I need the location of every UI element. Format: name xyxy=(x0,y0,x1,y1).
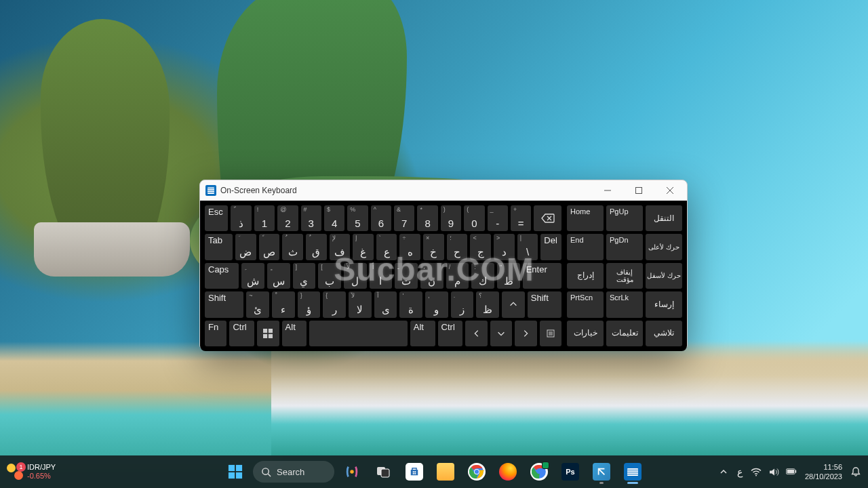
taskbar-copilot[interactable] xyxy=(338,458,366,485)
key-alt-right[interactable]: Alt xyxy=(410,321,435,346)
key-ctrl-right[interactable]: Ctrl xyxy=(438,321,463,346)
key-r2-8[interactable]: ×خ xyxy=(423,234,444,260)
key-del[interactable]: Del xyxy=(540,234,561,260)
key-r2-7[interactable]: ÷ه xyxy=(399,234,420,260)
key-prtscn[interactable]: PrtScn xyxy=(567,291,604,317)
key-r3-0[interactable]: ِش xyxy=(241,263,264,289)
taskbar-chrome-canary[interactable] xyxy=(526,458,553,485)
maximize-button[interactable] xyxy=(623,180,654,201)
widgets-button[interactable]: 1 IDR/JPY -0.65% xyxy=(7,463,56,481)
key-r4-4[interactable]: لآلا xyxy=(349,291,372,317)
key-r4-7[interactable]: ,و xyxy=(425,291,448,317)
key-enter[interactable]: Enter xyxy=(523,263,561,289)
key-fade[interactable]: تلاشي xyxy=(646,321,682,346)
key-r2-0[interactable]: َض xyxy=(235,234,256,260)
key-r1-1[interactable]: !1 xyxy=(254,205,275,231)
key-r3-8[interactable]: /م xyxy=(446,263,469,289)
taskbar-app-generic[interactable] xyxy=(588,458,615,485)
key-r3-10[interactable]: "ط xyxy=(497,263,520,289)
key-r3-9[interactable]: :ك xyxy=(471,263,494,289)
key-arrow-up[interactable] xyxy=(502,291,525,317)
key-r4-8[interactable]: .ز xyxy=(451,291,474,317)
key-r1-8[interactable]: *8 xyxy=(417,205,437,231)
key-r4-6[interactable]: 'ة xyxy=(399,291,422,317)
key-shift-right[interactable]: Shift xyxy=(528,291,561,317)
taskbar-photoshop[interactable]: Ps xyxy=(557,458,584,485)
key-r2-1[interactable]: ًص xyxy=(259,234,280,260)
key-esc[interactable]: Esc xyxy=(205,205,228,231)
taskbar-osk[interactable] xyxy=(619,458,646,485)
key-arrow-down[interactable] xyxy=(490,321,512,346)
key-r4-0[interactable]: ~ئ xyxy=(246,291,269,317)
key-r2-2[interactable]: ُث xyxy=(282,234,303,260)
key-r1-9[interactable]: )9 xyxy=(441,205,461,231)
key-alt-left[interactable]: Alt xyxy=(282,321,307,346)
key-end[interactable]: End xyxy=(567,234,604,260)
key-space[interactable] xyxy=(309,321,407,346)
key-r1-6[interactable]: ^6 xyxy=(371,205,391,231)
key-arrow-right[interactable] xyxy=(515,321,536,346)
key-r1-3[interactable]: #3 xyxy=(301,205,321,231)
key-r1-10[interactable]: (0 xyxy=(464,205,484,231)
key-r2-4[interactable]: لإف xyxy=(330,234,351,260)
key-dock[interactable]: إرساء xyxy=(646,291,682,317)
taskbar-store[interactable] xyxy=(401,458,428,485)
key-moveup[interactable]: حرك لأعلى xyxy=(646,234,682,260)
tray-overflow[interactable] xyxy=(718,466,729,477)
key-tab[interactable]: Tab xyxy=(205,234,233,260)
taskbar-explorer[interactable] xyxy=(432,458,459,485)
key-r4-3[interactable]: {ر xyxy=(323,291,346,317)
key-movedn[interactable]: حرك لأسفل xyxy=(646,263,682,289)
key-r3-5[interactable]: أا xyxy=(370,263,393,289)
key-r2-6[interactable]: `ع xyxy=(376,234,397,260)
key-r3-2[interactable]: ]ي xyxy=(293,263,316,289)
key-insert[interactable]: إدراج xyxy=(567,263,604,289)
key-nav[interactable]: التنقل xyxy=(646,205,682,231)
key-r1-2[interactable]: @2 xyxy=(277,205,298,231)
key-r3-1[interactable]: ٍس xyxy=(267,263,290,289)
minimize-button[interactable] xyxy=(592,180,623,201)
key-r2-5[interactable]: إغ xyxy=(353,234,374,260)
key-r1-5[interactable]: %5 xyxy=(347,205,368,231)
battery-icon[interactable] xyxy=(786,466,797,477)
key-scrlk[interactable]: ScrLk xyxy=(606,291,643,317)
key-r4-5[interactable]: آى xyxy=(374,291,397,317)
key-r1-12[interactable]: += xyxy=(511,205,531,231)
key-caps[interactable]: Caps xyxy=(205,263,239,289)
key-r3-3[interactable]: [ب xyxy=(318,263,341,289)
taskbar-taskview[interactable] xyxy=(370,458,397,485)
key-r2-11[interactable]: >د xyxy=(494,234,515,260)
key-arrow-left[interactable] xyxy=(465,321,487,346)
key-r1-0[interactable]: ّذ xyxy=(231,205,251,231)
taskbar-firefox[interactable] xyxy=(494,458,521,485)
key-r2-9[interactable]: ؛ح xyxy=(447,234,468,260)
key-win[interactable] xyxy=(257,321,279,346)
key-r3-6[interactable]: ـت xyxy=(395,263,418,289)
key-menu[interactable] xyxy=(540,321,561,346)
search-button[interactable]: Search xyxy=(253,461,334,483)
start-button[interactable] xyxy=(222,458,249,485)
clock[interactable]: 11:56 28/10/2023 xyxy=(805,462,842,482)
key-r2-3[interactable]: ٌق xyxy=(306,234,327,260)
key-ctrl-left[interactable]: Ctrl xyxy=(229,321,254,346)
taskbar-chrome[interactable] xyxy=(463,458,490,485)
key-fn[interactable]: Fn xyxy=(205,321,226,346)
key-r3-7[interactable]: ،ن xyxy=(420,263,443,289)
volume-icon[interactable] xyxy=(768,466,779,477)
key-options[interactable]: خيارات xyxy=(567,321,604,346)
close-button[interactable] xyxy=(654,180,686,201)
key-pgup[interactable]: PgUp xyxy=(606,205,643,231)
key-home[interactable]: Home xyxy=(567,205,604,231)
notifications-icon[interactable] xyxy=(850,466,861,477)
key-r2-10[interactable]: <ج xyxy=(470,234,491,260)
key-r4-2[interactable]: }ؤ xyxy=(298,291,321,317)
key-r2-12[interactable]: |\ xyxy=(517,234,538,260)
wifi-icon[interactable] xyxy=(751,466,762,477)
key-r1-7[interactable]: &7 xyxy=(394,205,414,231)
tray-language[interactable]: ع xyxy=(737,466,743,477)
key-r1-4[interactable]: $4 xyxy=(324,205,344,231)
key-help[interactable]: تعليمات xyxy=(606,321,643,346)
key-backspace[interactable] xyxy=(534,205,561,231)
titlebar[interactable]: On-Screen Keyboard xyxy=(200,180,687,201)
key-pgdn[interactable]: PgDn xyxy=(606,234,643,260)
